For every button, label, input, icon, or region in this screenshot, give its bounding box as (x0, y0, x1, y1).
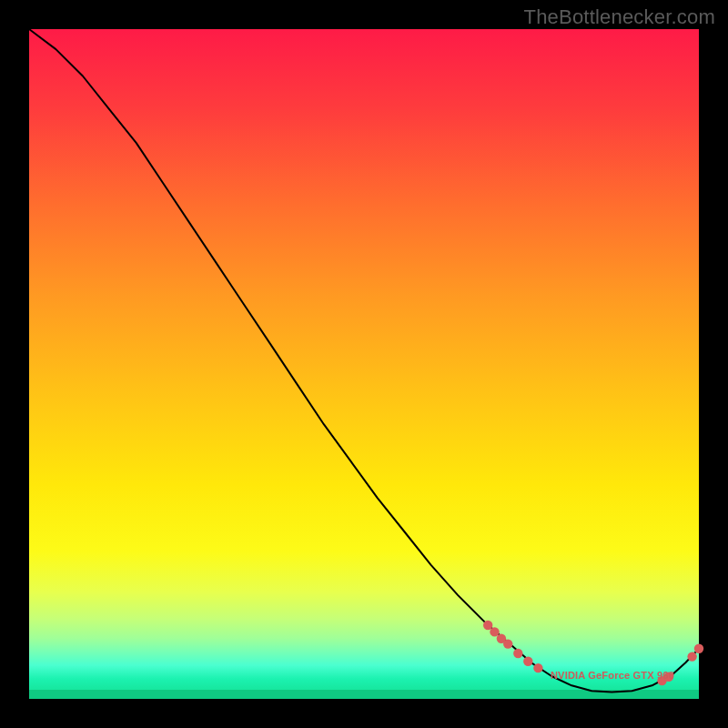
svg-point-0 (483, 621, 492, 630)
chart-frame: TheBottlenecker.com NVIDIA GeForce GTX 9… (0, 0, 728, 728)
svg-point-9 (687, 652, 696, 661)
svg-point-4 (513, 649, 522, 658)
watermark-text: TheBottlenecker.com (524, 5, 715, 29)
annotation-gpu-label: NVIDIA GeForce GTX 960 (551, 670, 674, 681)
bottleneck-curve (29, 29, 699, 693)
svg-point-3 (503, 639, 512, 648)
svg-point-5 (523, 657, 532, 666)
svg-point-6 (533, 663, 542, 672)
svg-point-1 (490, 627, 499, 636)
plot-area: NVIDIA GeForce GTX 960 (29, 29, 699, 699)
chart-overlay (29, 29, 699, 699)
svg-point-10 (694, 644, 703, 653)
